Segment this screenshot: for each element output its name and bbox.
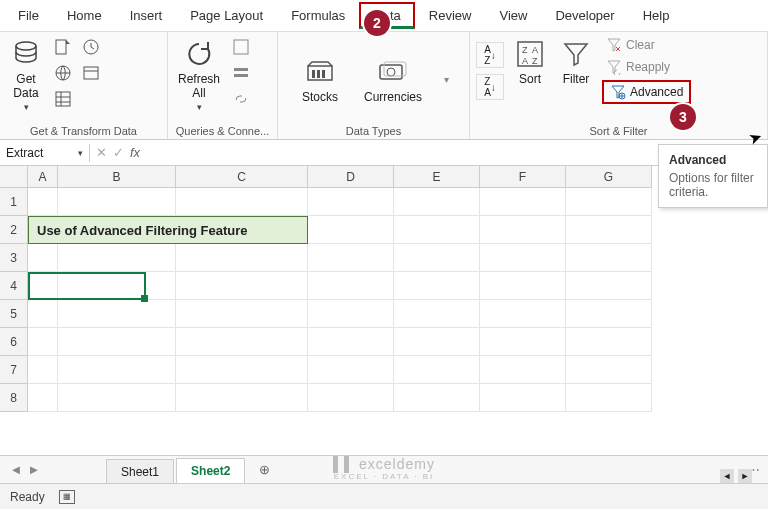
currencies-button[interactable]: Currencies — [360, 54, 426, 106]
refresh-all-label: Refresh All — [178, 72, 220, 100]
name-box[interactable]: Extract ▾ — [0, 144, 90, 162]
callout-2: 2 — [364, 10, 390, 36]
tab-review[interactable]: Review — [415, 2, 486, 29]
col-f[interactable]: F — [480, 166, 566, 188]
sort-desc-button[interactable]: ZA↓ — [476, 74, 504, 100]
group-sort-filter: AZ↓ ZA↓ ZAAZ Sort Filter Clear Reapply — [470, 32, 768, 139]
funnel-clear-icon — [606, 37, 622, 53]
row-2[interactable]: 2 — [0, 216, 28, 244]
svg-rect-10 — [312, 70, 315, 78]
row-4[interactable]: 4 — [0, 272, 28, 300]
macro-record-icon[interactable]: ▦ — [59, 490, 75, 504]
col-a[interactable]: A — [28, 166, 58, 188]
sheet-nav-prev[interactable]: ◄ — [8, 462, 24, 478]
currencies-icon — [377, 56, 409, 88]
enter-formula-icon[interactable]: ✓ — [113, 145, 124, 160]
tab-help[interactable]: Help — [629, 2, 684, 29]
get-data-button[interactable]: Get Data ▾ — [6, 36, 46, 114]
col-b[interactable]: B — [58, 166, 176, 188]
currencies-label: Currencies — [364, 90, 422, 104]
cancel-formula-icon[interactable]: ✕ — [96, 145, 107, 160]
svg-text:A: A — [522, 56, 528, 66]
svg-rect-6 — [234, 40, 248, 54]
row-7[interactable]: 7 — [0, 356, 28, 384]
group-label-data-types: Data Types — [284, 123, 463, 137]
sheet-tab-sheet1[interactable]: Sheet1 — [106, 459, 174, 484]
svg-rect-12 — [322, 70, 325, 78]
funnel-reapply-icon — [606, 59, 622, 75]
formula-bar: Extract ▾ ✕ ✓ fx — [0, 140, 768, 166]
edit-links-button[interactable] — [230, 88, 252, 110]
chevron-down-icon: ▾ — [24, 102, 29, 112]
tab-insert[interactable]: Insert — [116, 2, 177, 29]
fx-icon[interactable]: fx — [130, 145, 140, 160]
tab-view[interactable]: View — [485, 2, 541, 29]
svg-point-0 — [16, 42, 36, 50]
svg-rect-1 — [56, 40, 66, 54]
queries-connections-button[interactable] — [230, 36, 252, 58]
filter-button[interactable]: Filter — [556, 36, 596, 88]
scroll-left-icon[interactable]: ◄ — [720, 469, 734, 483]
row-6[interactable]: 6 — [0, 328, 28, 356]
sheet-nav-next[interactable]: ► — [26, 462, 42, 478]
new-sheet-button[interactable]: ⊕ — [253, 459, 275, 481]
funnel-advanced-icon — [610, 84, 626, 100]
stocks-icon — [304, 56, 336, 88]
get-data-label: Get Data — [13, 72, 38, 100]
tab-home[interactable]: Home — [53, 2, 116, 29]
column-headers: A B C D E F G — [28, 166, 768, 188]
existing-connections-button[interactable] — [80, 62, 102, 84]
select-all-corner[interactable] — [0, 166, 28, 188]
sheet-tab-sheet2[interactable]: Sheet2 — [176, 458, 245, 485]
tab-developer[interactable]: Developer — [541, 2, 628, 29]
refresh-all-button[interactable]: Refresh All ▾ — [174, 36, 224, 114]
advanced-filter-button[interactable]: Advanced — [602, 80, 691, 104]
fill-handle[interactable] — [141, 295, 148, 302]
from-text-csv-button[interactable] — [52, 36, 74, 58]
row-headers: 1 2 3 4 5 6 7 8 — [0, 188, 28, 412]
row-8[interactable]: 8 — [0, 384, 28, 412]
svg-text:A: A — [532, 45, 538, 55]
group-label-get-transform: Get & Transform Data — [6, 123, 161, 137]
svg-rect-11 — [317, 70, 320, 78]
col-e[interactable]: E — [394, 166, 480, 188]
sort-label: Sort — [519, 72, 541, 86]
refresh-icon — [183, 38, 215, 70]
stocks-button[interactable]: Stocks — [298, 54, 342, 106]
svg-point-14 — [387, 68, 395, 76]
scroll-down-icon[interactable]: ▾ — [444, 74, 449, 85]
recent-sources-button[interactable] — [80, 36, 102, 58]
sort-button[interactable]: ZAAZ Sort — [510, 36, 550, 88]
from-web-button[interactable] — [52, 62, 74, 84]
group-data-types: Stocks Currencies ▾ Data Types — [278, 32, 470, 139]
svg-text:Z: Z — [532, 56, 538, 66]
worksheet-grid[interactable]: A B C D E F G 1 2 3 4 5 6 7 8 Use of Adv… — [0, 166, 768, 430]
funnel-icon — [560, 38, 592, 70]
name-box-value: Extract — [6, 146, 43, 160]
tab-page-layout[interactable]: Page Layout — [176, 2, 277, 29]
selected-cell-b4[interactable] — [28, 272, 146, 300]
chevron-down-icon: ▾ — [197, 102, 202, 112]
svg-rect-7 — [234, 68, 248, 71]
col-g[interactable]: G — [566, 166, 652, 188]
chevron-down-icon[interactable]: ▾ — [78, 148, 83, 158]
reapply-filter-button[interactable]: Reapply — [602, 58, 691, 76]
tab-file[interactable]: File — [4, 2, 53, 29]
properties-button[interactable] — [230, 62, 252, 84]
clear-filter-button[interactable]: Clear — [602, 36, 691, 54]
status-bar: Ready ▦ — [0, 483, 768, 509]
svg-rect-3 — [56, 92, 70, 106]
scroll-right-icon[interactable]: ► — [738, 469, 752, 483]
horizontal-scrollbar[interactable]: ◄ ► — [720, 469, 760, 483]
row-5[interactable]: 5 — [0, 300, 28, 328]
from-table-button[interactable] — [52, 88, 74, 110]
cell-b2-merged-title[interactable]: Use of Advanced Filtering Feature — [28, 216, 308, 244]
row-1[interactable]: 1 — [0, 188, 28, 216]
sort-icon: ZAAZ — [514, 38, 546, 70]
tab-formulas[interactable]: Formulas — [277, 2, 359, 29]
sort-asc-button[interactable]: AZ↓ — [476, 42, 504, 68]
col-c[interactable]: C — [176, 166, 308, 188]
col-d[interactable]: D — [308, 166, 394, 188]
row-3[interactable]: 3 — [0, 244, 28, 272]
status-text: Ready — [10, 490, 45, 504]
